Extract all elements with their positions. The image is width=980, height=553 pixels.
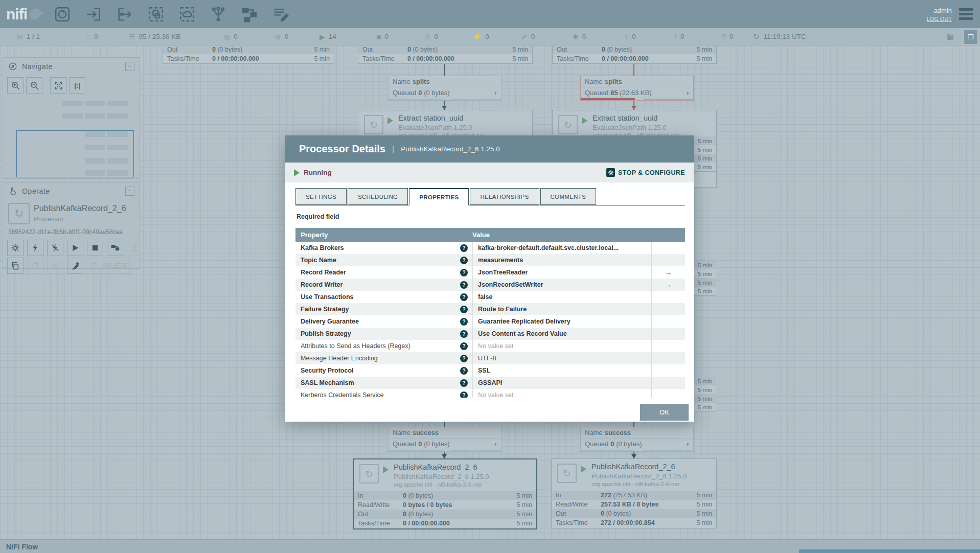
compass-icon (8, 62, 17, 71)
group-button[interactable] (47, 258, 63, 274)
processor-publishkafkarecord[interactable]: ↻ PublishKafkaRecord_2_6 PublishKafkaRec… (551, 458, 717, 528)
property-row: Security Protocol?SSL (295, 364, 685, 377)
stat-window: 5 min (690, 501, 712, 508)
upload-template-button[interactable] (127, 240, 143, 256)
stat-label: Out (167, 46, 212, 53)
funnel-draggable-icon[interactable] (210, 6, 227, 23)
grid-view-icon[interactable]: ▦ (947, 32, 954, 41)
logout-link[interactable]: LOG OUT (926, 16, 952, 22)
help-icon[interactable]: ? (460, 391, 468, 398)
connection-label-splits-alert[interactable]: Namesplits Queued85 (22.63 KB)◑ (580, 76, 694, 101)
stat-window: 5 min (690, 519, 712, 526)
ok-button[interactable]: OK (640, 404, 689, 421)
status-item-invalid: ⚠0 (424, 28, 438, 45)
stat-value: 0 (0 bytes) (601, 510, 690, 517)
global-menu-icon[interactable] (959, 8, 973, 20)
current-user: admin (934, 7, 952, 14)
copy-button[interactable] (7, 258, 24, 274)
goto-controller-service-icon[interactable]: → (665, 268, 672, 276)
help-icon[interactable]: ? (460, 293, 468, 301)
tab-relationships[interactable]: RELATIONSHIPS (470, 188, 539, 205)
template-draggable-icon[interactable] (241, 6, 258, 23)
help-icon[interactable]: ? (460, 281, 468, 289)
help-icon[interactable]: ? (460, 318, 468, 326)
process-group-draggable-icon[interactable] (147, 6, 165, 23)
stat-window: 5 min (690, 492, 712, 499)
breadcrumb-nifi-flow[interactable]: NiFi Flow (6, 543, 38, 551)
horizontal-scrollbar[interactable] (799, 549, 980, 553)
property-name: Attributes to Send as Headers (Regex) (301, 342, 411, 350)
connection-label-splits[interactable]: Namesplits Queued0 (0 bytes)◑ (388, 76, 502, 101)
minimap-viewport[interactable] (16, 130, 134, 177)
configure-button[interactable] (7, 240, 24, 256)
stat-row: Tasks/Time0 / 00:00:00.0005 min (358, 54, 532, 63)
processor-stamp-icon: ↻ (359, 464, 379, 483)
stop-button[interactable] (87, 240, 103, 256)
tab-scheduling[interactable]: SCHEDULING (348, 188, 408, 205)
stat-label: Out (358, 511, 403, 518)
stat-window: 5 min (510, 492, 532, 499)
dialog-tabs: SETTINGSSCHEDULINGPROPERTIESRELATIONSHIP… (295, 188, 685, 205)
zoom-actual-size-button[interactable]: |:| (69, 77, 85, 94)
locally-modified-stale-count: 0 (680, 33, 685, 40)
change-color-button[interactable] (67, 258, 83, 274)
processor-fragment[interactable]: Out0 (0 bytes)5 minTasks/Time0 / 00:00:0… (163, 45, 334, 64)
gear-icon (606, 168, 615, 177)
collapse-navigate-icon[interactable]: − (125, 62, 134, 71)
stat-row: Out0 (0 bytes)5 min (163, 45, 334, 54)
create-template-button[interactable] (107, 240, 123, 256)
zoom-in-button[interactable] (7, 77, 24, 94)
help-icon[interactable]: ? (460, 244, 468, 252)
label-draggable-icon[interactable] (272, 6, 289, 23)
output-port-draggable-icon[interactable] (116, 6, 133, 23)
help-icon[interactable]: ? (460, 355, 468, 362)
status-item-not-transmitting: ⊘0 (275, 28, 288, 45)
help-icon[interactable]: ? (460, 379, 468, 387)
required-field-note: Required field (297, 213, 339, 220)
zoom-fit-button[interactable] (50, 77, 66, 94)
delete-button[interactable]: DELETE (87, 258, 130, 274)
stale-icon: ↑ (625, 33, 628, 41)
processor-publishkafkarecord[interactable]: ↻ PublishKafkaRecord_2_6 PublishKafkaRec… (353, 458, 537, 529)
stat-value: 0 (0 bytes) (403, 511, 510, 518)
start-button[interactable] (67, 240, 83, 256)
property-row: Topic Name?measurements (295, 254, 685, 266)
tab-comments[interactable]: COMMENTS (540, 188, 596, 205)
property-value: Use Content as Record Value (478, 330, 567, 337)
zoom-out-button[interactable] (26, 77, 42, 94)
refresh-icon[interactable]: ↻ (753, 32, 760, 41)
help-icon[interactable]: ? (460, 367, 468, 375)
disable-button[interactable] (47, 240, 63, 256)
connection-label-success[interactable]: Namesuccess Queued0 (0 bytes)◑ (580, 427, 694, 452)
collapse-operate-icon[interactable]: − (125, 187, 134, 196)
help-icon[interactable]: ? (460, 306, 468, 313)
connection-label-success[interactable]: Namesuccess Queued0 (0 bytes)◑ (388, 427, 502, 452)
tab-settings[interactable]: SETTINGS (295, 188, 347, 205)
paste-button[interactable] (27, 258, 43, 274)
property-row: SASL Mechanism?GSSAPI (295, 377, 685, 389)
stopped-icon: ■ (377, 33, 381, 41)
percent-full-icon: ◑ (493, 440, 497, 448)
help-icon[interactable]: ? (460, 269, 468, 276)
help-icon[interactable]: ? (460, 342, 468, 350)
processor-title: PublishKafkaRecord_2_6 (394, 463, 477, 471)
hand-icon (8, 187, 17, 196)
goto-controller-service-icon[interactable]: → (665, 281, 672, 289)
tab-properties[interactable]: PROPERTIES (409, 188, 469, 205)
remote-process-group-draggable-icon[interactable] (178, 6, 196, 23)
help-icon[interactable]: ? (460, 257, 468, 264)
input-port-draggable-icon[interactable] (85, 6, 102, 23)
panel-toggle-button[interactable]: ❐ (963, 30, 978, 44)
enable-button[interactable] (27, 240, 43, 256)
queued-icon: ☰ (129, 33, 135, 41)
birdseye-minimap[interactable] (7, 100, 135, 177)
processor-fragment[interactable]: Out0 (0 bytes)5 minTasks/Time0 / 00:00:0… (358, 45, 533, 64)
status-item-cluster: ⊞1 / 1 (17, 28, 40, 45)
stop-and-configure-button[interactable]: STOP & CONFIGURE (606, 168, 685, 177)
cluster-count: 1 / 1 (27, 33, 40, 40)
stat-window: 5 min (690, 55, 712, 62)
help-icon[interactable]: ? (460, 330, 468, 338)
processor-fragment[interactable]: Out0 (0 bytes)5 minTasks/Time0 / 00:00:0… (552, 45, 717, 64)
status-item-active-threads: ∷0 (86, 28, 98, 45)
processor-draggable-icon[interactable] (54, 6, 71, 23)
